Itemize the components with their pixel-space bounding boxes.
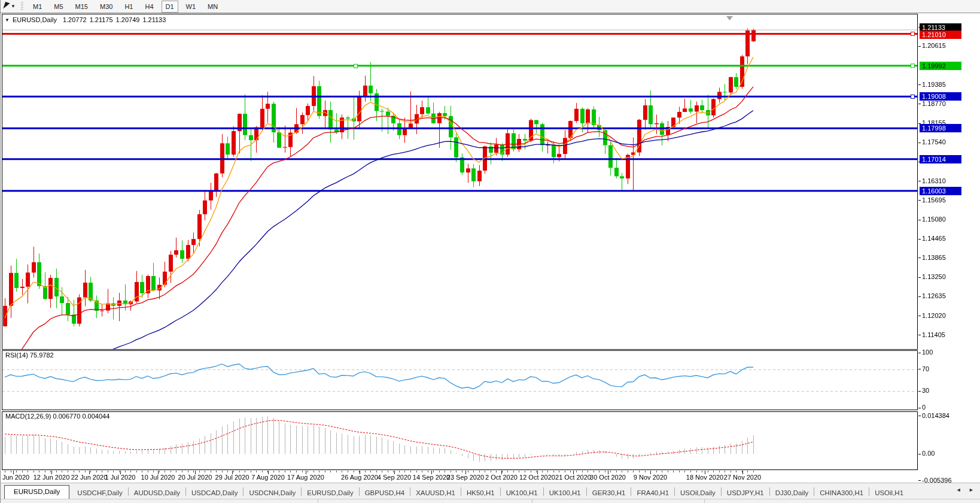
price-tick-label: 1.12635 (922, 292, 946, 299)
chart-tab-usdcnh-daily[interactable]: USDCNH,Daily (244, 487, 301, 499)
symbol-label: EURUSD,Daily (13, 16, 57, 23)
price-tick-label: 1.14465 (922, 235, 946, 242)
timeframe-h1[interactable]: H1 (120, 1, 137, 13)
price-tick-label: 1.15695 (922, 196, 946, 204)
date-label: 7 Aug 2020 (251, 474, 285, 481)
cursor-icon (3, 2, 10, 10)
price-badge: 1.19992 (920, 62, 961, 70)
timeframe-m5[interactable]: M5 (50, 1, 67, 13)
date-label: 10 Jul 2020 (141, 474, 175, 481)
chart-tab-eurusd-daily[interactable]: EURUSD,Daily (302, 487, 358, 499)
price-badge: 1.16003 (920, 187, 961, 195)
chart-tab-fra40-h1[interactable]: FRA40,H1 (631, 487, 674, 499)
symbol-dropdown-icon[interactable]: ▼ (5, 17, 10, 23)
status-divider (318, 499, 318, 503)
chart-tab-usoil-daily[interactable]: USOil,Daily (675, 487, 721, 499)
price-badge: 1.19008 (920, 92, 961, 101)
toolbar-grip[interactable] (21, 2, 23, 11)
close-value: 1.21133 (142, 16, 166, 23)
chart-tab-hk50-h1[interactable]: HK50,H1 (461, 487, 500, 499)
chevron-down-icon: ▼ (11, 4, 16, 9)
date-label: 12 Jun 2020 (34, 474, 70, 481)
axis-tick (918, 335, 921, 335)
timeframe-h4[interactable]: H4 (141, 1, 157, 13)
macd-tick-label: -0.005396 (922, 477, 952, 484)
rsi-label: RSI(14) 75.9782 (5, 352, 54, 359)
rsi-tick-label: 100 (922, 349, 933, 356)
chart-tab-china300-h1[interactable]: CHINA300,H1 (814, 487, 869, 499)
chart-tab-usdchf-daily[interactable]: USDCHF,Daily (72, 487, 127, 499)
date-label: 3 Jun 2020 (0, 474, 29, 481)
cursor-tool-button[interactable]: ▼ (4, 4, 20, 10)
price-badge: 1.17014 (920, 155, 961, 163)
chart-tab-audusd-daily[interactable]: AUDUSD,Daily (129, 487, 185, 499)
rsi-tick-label: 30 (922, 387, 929, 394)
high-value: 1.21175 (90, 16, 113, 23)
open-value: 1.20772 (63, 16, 87, 23)
macd-tick-label: 0.014384 (922, 412, 949, 419)
chart-tab-gbpusd-h4[interactable]: GBPUSD,H4 (360, 487, 410, 499)
date-label: 18 Nov 2020 (686, 474, 723, 481)
axis-tick (918, 239, 921, 240)
timeframe-buttons: M1M5M15M30H1H4D1W1MN (27, 1, 224, 13)
date-label: 26 Aug 2020 (341, 474, 378, 481)
price-tick-label: 1.13250 (922, 273, 946, 280)
tab-scroll-right-icon[interactable]: ► (969, 487, 977, 493)
chart-tab-usdcad-daily[interactable]: USDCAD,Daily (186, 487, 243, 499)
axis-tick (918, 277, 921, 278)
macd-tick-label: 0.00 (922, 450, 935, 457)
date-label: 9 Nov 2020 (634, 474, 667, 481)
low-value: 1.20749 (116, 16, 140, 23)
timeframe-m15[interactable]: M15 (71, 1, 92, 13)
status-divider (532, 499, 532, 503)
date-label: 14 Sep 2020 (413, 474, 450, 481)
chart-tab-usoil-h1[interactable]: USOil,H1 (869, 487, 909, 499)
date-label: 27 Nov 2020 (724, 474, 761, 481)
price-tick-label: 1.16310 (922, 177, 946, 184)
price-tick-label: 1.13865 (922, 254, 946, 261)
axis-tick (918, 104, 921, 104)
date-label: 1 Jul 2020 (105, 474, 136, 481)
chart-tab-eurusd-daily[interactable]: EURUSD,Daily (4, 485, 69, 499)
mt4-window: ▼ M1M5M15M30H1H4D1W1MN ▼ EURUSD,Daily 1.… (0, 0, 980, 503)
axis-tick (918, 369, 921, 369)
date-label: 17 Aug 2020 (287, 474, 324, 481)
price-tick-label: 1.20615 (922, 42, 946, 49)
axis-tick (918, 353, 921, 353)
price-tick-label: 1.17540 (922, 138, 946, 146)
axis-tick (918, 480, 921, 481)
price-tick-label: 1.19385 (922, 81, 946, 88)
chart-tab-ger30-h1[interactable]: GER30,H1 (587, 487, 631, 499)
chart-tab-dj30-daily[interactable]: DJ30,Daily (770, 487, 814, 499)
timeframe-d1[interactable]: D1 (162, 1, 178, 13)
date-label: 12 Oct 2020 (519, 474, 555, 481)
axis-tick (918, 143, 921, 143)
chart-tab-uk100-h1[interactable]: UK100,H1 (544, 487, 586, 499)
axis-tick (918, 200, 921, 201)
chart-tab-xauusd-h1[interactable]: XAUUSD,H1 (410, 487, 461, 499)
timeframe-mn[interactable]: MN (203, 1, 222, 13)
status-strip (1, 499, 980, 503)
date-label: 4 Sep 2020 (378, 474, 411, 481)
rsi-tick-label: 70 (922, 365, 929, 372)
axis-tick (918, 408, 921, 408)
chart-tab-bar: EURUSD,DailyUSDCHF,DailyAUDUSD,DailyUSDC… (1, 483, 980, 499)
timeframe-m1[interactable]: M1 (29, 1, 46, 13)
chart-tab-uk100-h1[interactable]: UK100,H1 (501, 487, 543, 499)
date-label: 2 Oct 2020 (485, 474, 518, 481)
timeframe-m30[interactable]: M30 (96, 1, 117, 13)
date-label: 22 Jun 2020 (71, 474, 108, 481)
axis-tick (918, 454, 921, 454)
chart-canvas[interactable] (2, 14, 918, 483)
tab-scroll-left-icon[interactable]: ◄ (956, 487, 964, 493)
axis-tick (918, 316, 921, 316)
date-label: 29 Jul 2020 (215, 474, 249, 481)
date-label: 30 Oct 2020 (590, 474, 626, 481)
axis-tick (918, 46, 921, 47)
price-tick-label: 1.11405 (922, 331, 945, 338)
macd-label: MACD(12,26,9) 0.006770 0.004044 (5, 413, 109, 420)
chart-tab-usdjpy-h1[interactable]: USDJPY,H1 (722, 487, 769, 499)
axis-tick (918, 257, 921, 258)
timeframe-toolbar: ▼ M1M5M15M30H1H4D1W1MN (1, 0, 980, 13)
timeframe-w1[interactable]: W1 (182, 1, 200, 13)
